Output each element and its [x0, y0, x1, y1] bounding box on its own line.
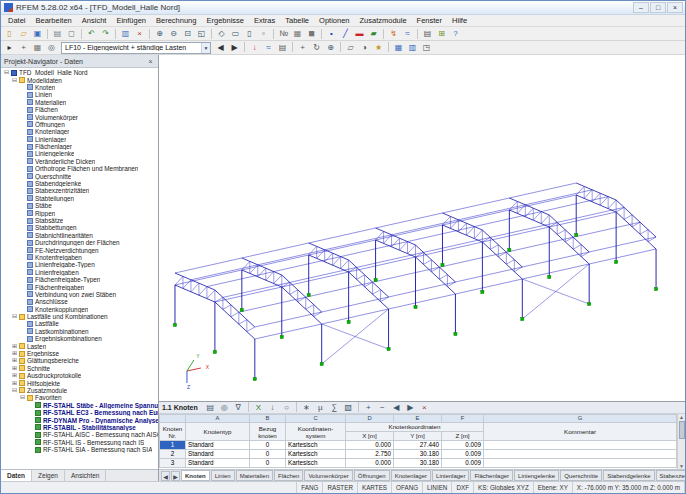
- chevron-down-icon[interactable]: ▼: [201, 43, 210, 53]
- table-cell[interactable]: 0.009: [442, 450, 484, 459]
- tree-node-glättungsbereiche[interactable]: ⊞Glättungsbereiche: [1, 357, 158, 364]
- close-icon[interactable]: ×: [146, 58, 155, 65]
- tree-node-knotenfreigaben[interactable]: Knotenfreigaben: [1, 254, 158, 261]
- show-grid-icon[interactable]: ▦: [291, 28, 304, 40]
- tree-node-rippen[interactable]: Rippen: [1, 209, 158, 216]
- new-file-icon[interactable]: ▯: [3, 28, 16, 40]
- expand-icon[interactable]: ⊞: [11, 343, 18, 350]
- tree-node-lastkombinationen[interactable]: Lastkombinationen: [1, 328, 158, 335]
- menu-bearbeiten[interactable]: Bearbeiten: [31, 16, 77, 25]
- colors-icon[interactable]: ▧: [342, 402, 355, 414]
- jump-to-graphic-icon[interactable]: ◎: [218, 402, 231, 414]
- expand-icon[interactable]: ⊞: [11, 372, 18, 379]
- close-button[interactable]: ×: [667, 2, 683, 13]
- show-results-icon[interactable]: ≈: [262, 42, 275, 54]
- tree-node-flächenfreigabe-typen[interactable]: Flächenfreigabe-Typen: [1, 276, 158, 283]
- tree-node-stabteilungen[interactable]: Stabteilungen: [1, 195, 158, 202]
- previous-load-case-icon[interactable]: ◀: [214, 42, 227, 54]
- table-cell[interactable]: [484, 459, 677, 468]
- zoom-all-icon[interactable]: ◱: [195, 28, 208, 40]
- minimize-button[interactable]: –: [633, 2, 649, 13]
- printout-report-icon[interactable]: ▤: [421, 28, 434, 40]
- new-surface-icon[interactable]: ▰: [367, 28, 380, 40]
- menu-ansicht[interactable]: Ansicht: [77, 16, 112, 25]
- table-cell[interactable]: 2.750: [346, 450, 394, 459]
- table-tab-stabendgelenke[interactable]: Stabendgelenke: [603, 470, 654, 481]
- tree-node-durchdringungen-der-flächen[interactable]: Durchdringungen der Flächen: [1, 239, 158, 246]
- menu-optionen[interactable]: Optionen: [314, 16, 354, 25]
- collapse-icon[interactable]: ⊟: [3, 69, 10, 76]
- tree-node-flächenfreigaben[interactable]: Flächenfreigaben: [1, 283, 158, 290]
- table-cell[interactable]: 0: [250, 441, 286, 450]
- snap-toggle-kartes[interactable]: KARTES: [358, 482, 392, 493]
- toggle-tables-icon[interactable]: ▦: [392, 42, 405, 54]
- tree-node-flächenlager[interactable]: Flächenlager: [1, 143, 158, 150]
- tree-node-favoriten[interactable]: ⊟Favoriten: [1, 394, 158, 401]
- table-scrollbar[interactable]: ▲ ▼: [677, 414, 685, 469]
- calculate-icon[interactable]: ↯: [387, 28, 400, 40]
- rotate-view-icon[interactable]: ↻: [310, 42, 323, 54]
- show-numbering-icon[interactable]: №: [277, 28, 290, 40]
- fullscreen-icon[interactable]: ◳: [420, 42, 433, 54]
- tree-node-stabbettungen[interactable]: Stabbettungen: [1, 224, 158, 231]
- collapse-icon[interactable]: ⊟: [11, 387, 18, 394]
- table-tab-knotenlager[interactable]: Knotenlager: [391, 470, 431, 481]
- table-tab-öffnungen[interactable]: Öffnungen: [354, 470, 390, 481]
- expand-icon[interactable]: ⊞: [11, 380, 18, 387]
- tree-node-tfd-modell-halle-nord[interactable]: ⊟TFD_Modell_Halle Nord: [1, 69, 158, 76]
- menu-fenster[interactable]: Fenster: [412, 16, 447, 25]
- collapse-rows-icon[interactable]: −: [376, 402, 389, 414]
- zoom-out-icon[interactable]: ⊖: [167, 28, 180, 40]
- tree-node-lastfälle-und-kombinationen[interactable]: ⊟Lastfälle und Kombinationen: [1, 313, 158, 320]
- tree-node-zusatzmodule[interactable]: ⊟Zusatzmodule: [1, 387, 158, 394]
- select-arrow-icon[interactable]: ▸: [3, 42, 16, 54]
- table-tab-liniengelenke[interactable]: Liniengelenke: [514, 470, 559, 481]
- view-xz-icon[interactable]: ▯: [243, 28, 256, 40]
- help-icon[interactable]: ?: [449, 28, 462, 40]
- table-tab-flächen[interactable]: Flächen: [274, 470, 303, 481]
- scroll-up-icon[interactable]: ▲: [679, 414, 684, 420]
- menu-zusatzmodule[interactable]: Zusatzmodule: [355, 16, 412, 25]
- print-preview-icon[interactable]: ◻: [65, 28, 78, 40]
- table-tab-materialien[interactable]: Materialien: [236, 470, 273, 481]
- table-list-icon[interactable]: ▤: [204, 402, 217, 414]
- tree-node-rf-stahl-aisc-bemessung-nach-aisc-lrfd-u-asd[interactable]: RF-STAHL AISC - Bemessung nach AISC (LRF…: [1, 431, 158, 438]
- snap-settings-icon[interactable]: ▦: [31, 42, 44, 54]
- table-cell[interactable]: 0: [250, 459, 286, 468]
- table-cell[interactable]: 27.440: [394, 441, 442, 450]
- collapse-icon[interactable]: ⊟: [19, 394, 26, 401]
- tree-node-linien[interactable]: Linien: [1, 91, 158, 98]
- tree-node-hilfsobjekte[interactable]: ⊞Hilfsobjekte: [1, 379, 158, 386]
- navigator-tab-daten[interactable]: Daten: [1, 470, 32, 481]
- snap-toggle-dxf[interactable]: DXF: [452, 482, 474, 493]
- table-cell[interactable]: 0.009: [442, 441, 484, 450]
- table-tab-linienlager[interactable]: Linienlager: [432, 470, 469, 481]
- move-view-icon[interactable]: +: [296, 42, 309, 54]
- clipping-plane-icon[interactable]: ▱: [344, 42, 357, 54]
- new-node-icon[interactable]: •: [325, 28, 338, 40]
- scroll-down-icon[interactable]: ▼: [679, 463, 684, 469]
- row-number[interactable]: 3: [160, 459, 186, 468]
- previous-table-icon[interactable]: ◀: [390, 402, 403, 414]
- table-cell[interactable]: Kartesisch: [286, 459, 346, 468]
- delete-icon[interactable]: ×: [133, 28, 146, 40]
- tree-node-öffnungen[interactable]: Öffnungen: [1, 121, 158, 128]
- zoom-mode-icon[interactable]: ⊕: [324, 42, 337, 54]
- calculator-icon[interactable]: ∑: [328, 402, 341, 414]
- tree-node-stabexzentrizitäten[interactable]: Stabexzentrizitäten: [1, 187, 158, 194]
- table-tab-knoten[interactable]: Knoten: [181, 470, 210, 481]
- table-cell[interactable]: 30.180: [394, 450, 442, 459]
- units-icon[interactable]: µ: [314, 402, 327, 414]
- close-table-icon[interactable]: ×: [418, 402, 431, 414]
- model-3d-view[interactable]: XYZ: [159, 55, 685, 401]
- table-cell[interactable]: 0.009: [442, 459, 484, 468]
- table-cell[interactable]: Standard: [186, 441, 250, 450]
- load-case-selector[interactable]: LF10 - Eigengewicht + ständige Lasten ▼: [61, 42, 211, 54]
- show-loads-icon[interactable]: ↓: [248, 42, 261, 54]
- visibilities-icon[interactable]: ◑: [358, 42, 371, 54]
- tree-node-querschnitte[interactable]: Querschnitte: [1, 172, 158, 179]
- save-icon[interactable]: ▣: [31, 28, 44, 40]
- tree-node-rf-stahl-sia-bemessung-nach-sia[interactable]: RF-STAHL SIA - Bemessung nach SIA: [1, 446, 158, 453]
- tree-node-rf-dynam-pro-dynamische-analyse[interactable]: RF-DYNAM Pro - Dynamische Analyse: [1, 416, 158, 423]
- results-icon[interactable]: ≈: [401, 28, 414, 40]
